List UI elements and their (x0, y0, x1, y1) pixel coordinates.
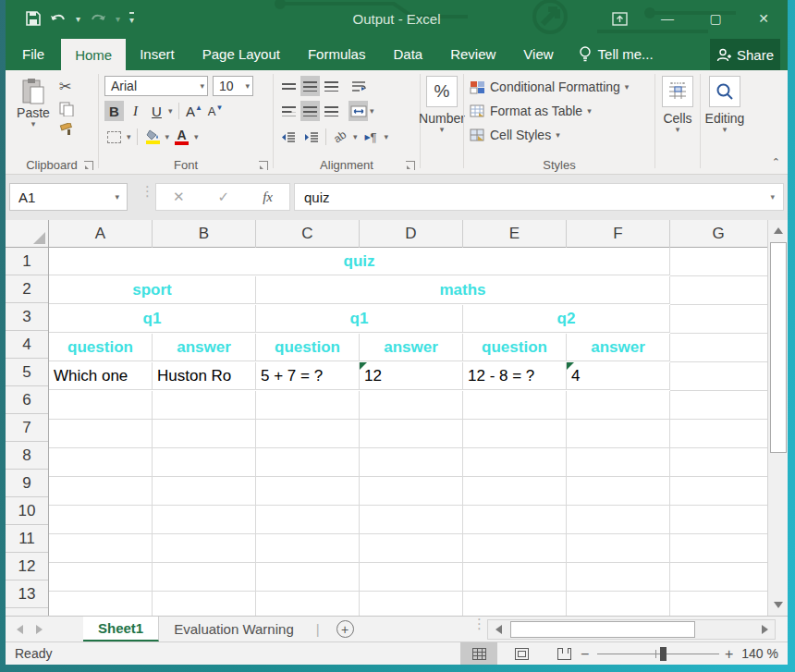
cell-a5[interactable]: Which one (49, 362, 153, 390)
column-header-c[interactable]: C (256, 220, 360, 248)
save-icon[interactable] (26, 11, 41, 26)
zoom-in-icon[interactable]: + (725, 646, 733, 663)
paste-button[interactable]: Paste ▾ (13, 78, 54, 128)
cell-b5[interactable]: Huston Ro (153, 362, 256, 390)
font-color-dropdown-icon[interactable]: ▾ (194, 133, 199, 141)
qat-customize-icon[interactable]: ▾ (129, 12, 134, 25)
align-center-button[interactable] (300, 101, 320, 121)
editing-button[interactable]: Editing ▾ (704, 76, 745, 133)
font-dialog-launcher[interactable] (259, 161, 268, 170)
alignment-dialog-launcher[interactable] (406, 161, 415, 170)
row-header-9[interactable]: 9 (6, 470, 48, 497)
orientation-dropdown-icon[interactable]: ▾ (353, 133, 358, 141)
confirm-entry-icon[interactable]: ✓ (218, 189, 230, 205)
insert-function-icon[interactable]: fx (263, 189, 273, 205)
cell-a4[interactable]: question (49, 334, 153, 361)
zoom-level[interactable]: 140 % (741, 646, 778, 661)
text-direction-button[interactable]: ▶¶ (361, 127, 381, 147)
page-layout-view-button[interactable] (503, 642, 540, 665)
row-header-6[interactable]: 6 (6, 386, 48, 414)
conditional-formatting-button[interactable]: Conditional Formatting ▾ (470, 75, 629, 99)
cancel-entry-icon[interactable]: ✕ (173, 189, 185, 205)
collapse-ribbon-icon[interactable]: ⌃ (772, 156, 780, 168)
cell-styles-button[interactable]: Cell Styles ▾ (470, 123, 629, 147)
cell-e5[interactable]: 12 - 8 = ? (463, 362, 567, 390)
cell-c3-q1[interactable]: q1 (256, 305, 463, 333)
scroll-right-icon[interactable] (754, 620, 775, 639)
tab-view[interactable]: View (509, 37, 567, 70)
name-box[interactable]: A1 ▾ (9, 183, 128, 211)
cells-area[interactable]: quiz sport maths q1 q1 q2 question answe… (49, 248, 767, 616)
italic-button[interactable]: I (126, 101, 145, 121)
text-direction-dropdown-icon[interactable]: ▾ (385, 133, 389, 141)
tab-data[interactable]: Data (379, 37, 436, 70)
cell-a2-sport[interactable]: sport (49, 276, 256, 304)
zoom-out-icon[interactable]: − (581, 646, 589, 663)
clipboard-dialog-launcher[interactable] (84, 161, 93, 170)
column-header-a[interactable]: A (49, 220, 153, 248)
sheetbar-grip-icon[interactable]: ⋮ (472, 620, 486, 627)
tell-me-box[interactable]: Tell me... (568, 37, 665, 70)
decrease-font-size-button[interactable]: A▼ (206, 101, 226, 121)
number-format-button[interactable]: % Number ▾ (423, 76, 460, 133)
format-painter-icon[interactable] (59, 123, 74, 136)
maximize-button[interactable]: ▢ (691, 0, 740, 37)
font-size-combo[interactable]: 10 ▾ (213, 76, 253, 96)
scroll-up-icon[interactable] (769, 221, 788, 240)
page-break-preview-button[interactable] (545, 642, 582, 665)
fill-color-dropdown-icon[interactable]: ▾ (165, 133, 170, 141)
normal-view-button[interactable] (460, 642, 497, 665)
scroll-left-icon[interactable] (488, 620, 508, 639)
row-header-12[interactable]: 12 (6, 553, 48, 580)
cell-a1-quiz[interactable]: quiz (49, 248, 670, 275)
share-button[interactable]: Share (710, 39, 780, 70)
merge-center-button[interactable] (349, 101, 368, 121)
cell-c2-maths[interactable]: maths (256, 276, 670, 304)
wrap-text-button[interactable] (349, 76, 368, 96)
column-header-b[interactable]: B (153, 220, 256, 248)
column-header-d[interactable]: D (360, 220, 463, 248)
cell-c5[interactable]: 5 + 7 = ? (256, 362, 360, 390)
cells-button[interactable]: Cells ▾ (659, 76, 696, 133)
cell-e3-q2[interactable]: q2 (463, 305, 670, 333)
align-left-button[interactable] (279, 101, 299, 121)
fill-color-button[interactable] (143, 127, 163, 147)
formula-input[interactable]: quiz ▾ (294, 183, 784, 211)
zoom-slider-track[interactable] (597, 654, 719, 654)
row-header-13[interactable]: 13 (6, 580, 48, 608)
borders-button[interactable] (104, 127, 124, 147)
borders-dropdown-icon[interactable]: ▾ (127, 133, 131, 141)
sheet-tab-sheet1[interactable]: Sheet1 (83, 617, 159, 641)
cell-c4[interactable]: question (256, 334, 360, 361)
tab-page-layout[interactable]: Page Layout (189, 37, 294, 70)
tab-formulas[interactable]: Formulas (294, 37, 380, 70)
horizontal-scrollbar[interactable] (487, 619, 776, 640)
increase-font-size-button[interactable]: A▲ (185, 101, 204, 121)
align-right-button[interactable] (322, 101, 341, 121)
row-header-2[interactable]: 2 (6, 275, 48, 303)
sheet-tab-evaluation-warning[interactable]: Evaluation Warning (159, 617, 309, 641)
underline-dropdown-icon[interactable]: ▾ (168, 107, 173, 115)
cell-e4[interactable]: question (463, 334, 567, 361)
vertical-scrollbar[interactable] (767, 220, 788, 616)
font-color-button[interactable]: A (172, 127, 191, 147)
align-bottom-button[interactable] (322, 76, 341, 96)
row-header-1[interactable]: 1 (6, 248, 48, 275)
cell-f5[interactable]: 4 (567, 362, 670, 390)
row-header-8[interactable]: 8 (6, 442, 48, 470)
row-header-5[interactable]: 5 (6, 359, 48, 386)
row-header-11[interactable]: 11 (6, 525, 48, 553)
format-as-table-button[interactable]: Format as Table ▾ (470, 99, 629, 123)
select-all-button[interactable] (6, 220, 49, 248)
underline-button[interactable]: U (147, 101, 166, 121)
decrease-indent-button[interactable] (279, 127, 299, 147)
formula-bar-grip-icon[interactable]: ⋮ (141, 188, 154, 194)
align-top-button[interactable] (279, 76, 299, 96)
vertical-scroll-thumb[interactable] (770, 242, 787, 453)
minimize-button[interactable]: — (643, 0, 691, 37)
row-header-3[interactable]: 3 (6, 303, 48, 331)
tab-review[interactable]: Review (436, 37, 509, 70)
cell-b4[interactable]: answer (153, 334, 256, 361)
cell-d5[interactable]: 12 (360, 362, 463, 390)
cell-a3-q1[interactable]: q1 (49, 305, 256, 333)
